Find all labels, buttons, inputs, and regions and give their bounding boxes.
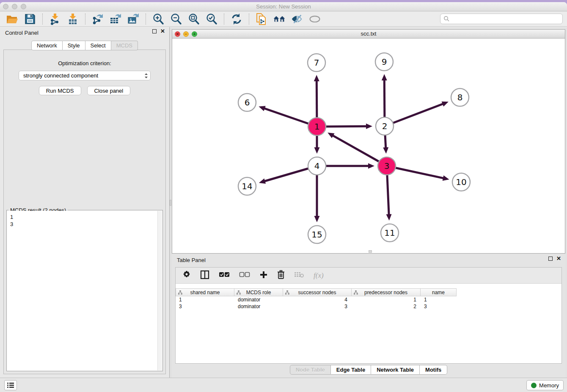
zoom-selected-icon[interactable]: [205, 13, 218, 25]
select-all-icon[interactable]: [219, 272, 230, 279]
refresh-icon[interactable]: [230, 13, 243, 25]
zoom-window-button[interactable]: [21, 4, 26, 9]
graph-edge-arrowhead: [443, 175, 449, 181]
table-row[interactable]: 3 dominator 3 2 3: [176, 303, 561, 310]
graph-edge-arrowhead: [259, 106, 265, 111]
main-toolbar: [0, 11, 567, 27]
graph-edge-arrowhead: [368, 163, 374, 169]
close-window-button[interactable]: [3, 4, 8, 9]
export-table-icon[interactable]: [109, 13, 122, 25]
graph-edge-arrowhead: [383, 147, 388, 154]
graph-edge-2-8[interactable]: [385, 104, 443, 126]
status-bar: Memory: [0, 378, 567, 392]
delete-icon[interactable]: [277, 270, 285, 281]
result-scrollbar[interactable]: [157, 211, 162, 370]
graph-node-label: 2: [382, 121, 388, 131]
node-table: shared name MCDS role successor nodes pr…: [176, 288, 561, 310]
network-window-titlebar: ✕ − + scc.txt: [172, 30, 565, 39]
export-image-icon[interactable]: [127, 13, 140, 25]
application-window: Session: New Session: [0, 2, 567, 392]
memory-label: Memory: [539, 382, 559, 389]
canvas-resize-grip[interactable]: [369, 250, 372, 253]
run-mcds-button[interactable]: Run MCDS: [39, 86, 81, 95]
mcds-panel: Optimization criterion: strongly connect…: [3, 50, 166, 374]
tab-select[interactable]: Select: [85, 41, 111, 50]
tab-style[interactable]: Style: [63, 41, 85, 50]
column-header-shared-name[interactable]: shared name: [176, 288, 234, 296]
chevron-updown-icon: [144, 72, 148, 79]
column-header-predecessor-nodes[interactable]: predecessor nodes: [352, 288, 421, 296]
mcds-result-list[interactable]: 1 3: [7, 211, 157, 370]
toolbar-separator: [249, 14, 249, 25]
graph-node-label: 3: [384, 161, 390, 171]
toolbar-separator: [85, 14, 85, 25]
panel-splitter[interactable]: [169, 27, 171, 378]
minimize-network-button[interactable]: −: [183, 31, 189, 37]
export-network-icon[interactable]: [91, 13, 104, 25]
split-pane-icon[interactable]: [200, 270, 209, 281]
network-window-title: scc.txt: [172, 30, 565, 38]
zoom-network-button[interactable]: +: [192, 31, 197, 37]
table-row[interactable]: 1 dominator 4 1 1: [176, 296, 561, 303]
home-network-icon[interactable]: [273, 13, 286, 25]
graph-edge-arrowhead: [314, 75, 319, 81]
import-table-icon[interactable]: [66, 13, 79, 25]
add-icon[interactable]: [259, 271, 268, 281]
optimization-criterion-dropdown[interactable]: strongly connected component: [19, 71, 151, 80]
tab-network-table[interactable]: Network Table: [371, 365, 420, 375]
window-titlebar: Session: New Session: [0, 2, 567, 11]
graph-node-label: 8: [457, 92, 463, 102]
graph-edge-arrowhead: [386, 214, 392, 221]
zoom-in-icon[interactable]: [152, 13, 165, 25]
graph-edge-arrowhead: [366, 124, 372, 129]
float-panel-icon[interactable]: [152, 29, 157, 33]
graph-node-label: 11: [384, 228, 395, 238]
save-icon[interactable]: [24, 13, 36, 25]
tab-edge-table[interactable]: Edge Table: [331, 365, 371, 375]
graph-node-label: 9: [382, 57, 387, 67]
close-table-panel-icon[interactable]: ✕: [556, 257, 561, 261]
zoom-fit-icon[interactable]: [187, 13, 200, 25]
close-network-button[interactable]: ✕: [175, 31, 180, 37]
column-header-mcds-role[interactable]: MCDS role: [234, 288, 283, 296]
memory-button[interactable]: Memory: [526, 380, 564, 390]
graph-edge-arrowhead: [314, 216, 320, 222]
column-header-name[interactable]: name: [421, 288, 457, 296]
tab-motifs[interactable]: Motifs: [420, 365, 447, 375]
table-panel-title: Table Panel: [177, 257, 206, 263]
hide-selected-icon[interactable]: [291, 13, 303, 25]
graph-node-label: 6: [245, 97, 250, 108]
close-panel-icon[interactable]: ✕: [160, 29, 165, 33]
float-table-panel-icon[interactable]: [548, 257, 553, 261]
graph-node-label: 15: [311, 229, 322, 240]
toolbar-separator: [224, 14, 224, 25]
search-input[interactable]: [450, 15, 562, 23]
column-header-successor-nodes[interactable]: successor nodes: [283, 288, 352, 296]
task-history-button[interactable]: [4, 380, 17, 390]
deselect-all-icon[interactable]: [239, 272, 250, 279]
memory-status-icon: [531, 383, 537, 388]
list-icon: [7, 382, 14, 389]
zoom-out-icon[interactable]: [170, 13, 182, 25]
network-canvas[interactable]: 1234678910111415: [172, 39, 565, 253]
toolbar-separator: [42, 14, 43, 25]
copy-network-icon[interactable]: [255, 13, 268, 25]
tab-mcds[interactable]: MCDS: [111, 41, 138, 50]
minimize-window-button[interactable]: [12, 4, 17, 9]
splitter-grip-icon[interactable]: [170, 200, 171, 206]
dropdown-value: strongly connected component: [23, 72, 98, 79]
control-panel-tabs: Network Style Select MCDS: [0, 41, 169, 50]
tab-network[interactable]: Network: [31, 41, 63, 50]
open-folder-icon[interactable]: [6, 13, 19, 25]
import-network-icon[interactable]: [49, 13, 61, 25]
table-panel: Table Panel ✕ f(x): [172, 254, 565, 378]
table-header-row: shared name MCDS role successor nodes pr…: [176, 288, 561, 296]
show-all-icon[interactable]: [308, 13, 321, 25]
tab-node-table[interactable]: Node Table: [290, 365, 331, 375]
graph-node-label: 7: [314, 58, 319, 68]
gear-icon[interactable]: [182, 271, 191, 281]
network-graph[interactable]: 1234678910111415: [172, 39, 565, 253]
close-panel-button[interactable]: Close panel: [87, 86, 131, 95]
toolbar-separator: [146, 14, 146, 25]
search-field[interactable]: [440, 14, 563, 24]
